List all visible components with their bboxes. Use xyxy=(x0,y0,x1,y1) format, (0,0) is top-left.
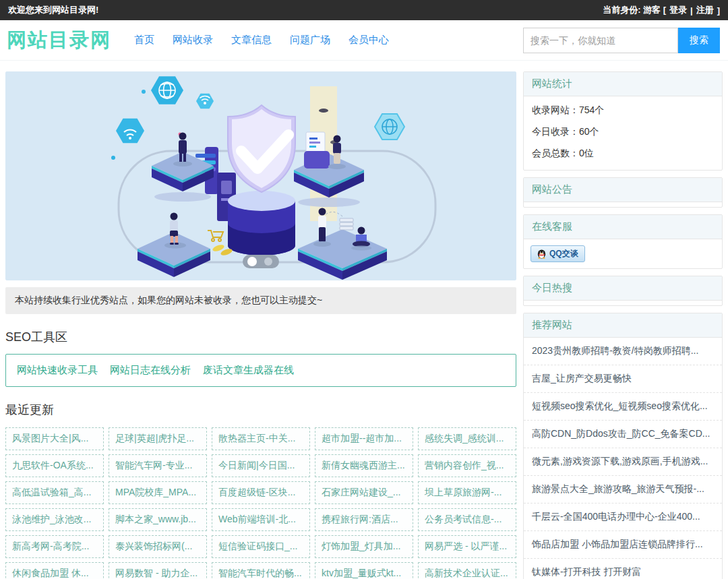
sidebar: 网站统计 收录网站：754个 今日收录：60个 会员总数：0位 网站公告 在线客… xyxy=(523,71,723,579)
recommended-item: 旅游景点大全_旅游攻略_旅游天气预报-... xyxy=(524,476,722,504)
recent-site-link[interactable]: 网易数智 - 助力企... xyxy=(109,562,207,579)
main-content: 本站持续收集行业优秀站点，如果您的网站未被收录，您也可以主动提交~ SEO工具区… xyxy=(0,61,728,579)
recent-site-link[interactable]: 携程旅行网:酒店... xyxy=(315,508,413,531)
recommended-site-link[interactable]: 饰品店加盟 小饰品加盟店连锁品牌排行... xyxy=(524,531,722,558)
customer-service-body: QQ交谈 xyxy=(524,239,722,268)
recent-site-link[interactable]: 高新技术企业认证... xyxy=(418,562,516,579)
recommended-panel: 推荐网站 2023贵州教师招聘-教资/特岗教师招聘...吉屋_让房产交易更畅快短… xyxy=(523,313,723,579)
recent-site-link[interactable]: 灯饰加盟_灯具加... xyxy=(315,535,413,558)
recent-site-link[interactable]: 百度超级链-区块... xyxy=(212,481,310,504)
recent-site-link[interactable]: 网易严选 - 以严谨... xyxy=(418,535,516,558)
announcement-panel-title: 网站公告 xyxy=(524,178,722,202)
qq-chat-button[interactable]: QQ交谈 xyxy=(530,245,585,262)
recommended-site-link[interactable]: 微元素,游戏资源下载,游戏原画,手机游戏... xyxy=(524,448,722,475)
recent-site-link[interactable]: MPA院校库_MPA... xyxy=(109,481,207,504)
customer-service-panel: 在线客服 QQ交谈 xyxy=(523,214,723,269)
seo-tool-link[interactable]: 网站日志在线分析 xyxy=(110,364,191,375)
recommended-site-link[interactable]: 旅游景点大全_旅游攻略_旅游天气预报-... xyxy=(524,476,722,503)
recent-site-link[interactable]: 超市加盟--超市加... xyxy=(315,427,413,450)
recommended-site-link[interactable]: 短视频seo搜索优化_短视频seo搜索优化... xyxy=(524,393,722,420)
recent-site-link[interactable]: 感统失调_感统训... xyxy=(418,427,516,450)
hot-search-panel: 今日热搜 xyxy=(523,276,723,306)
recent-site-link[interactable]: 高低温试验箱_高... xyxy=(5,481,104,504)
stats-row: 今日收录：60个 xyxy=(532,121,714,143)
stats-value: 60个 xyxy=(579,126,599,137)
stats-label: 会员总数： xyxy=(532,148,579,158)
recommended-site-link[interactable]: 吉屋_让房产交易更畅快 xyxy=(524,365,722,392)
register-link[interactable]: 注册 xyxy=(696,4,714,16)
identity-label: 当前身份: 游客 [ xyxy=(603,4,666,16)
recommended-item: 吉屋_让房产交易更畅快 xyxy=(524,365,722,393)
site-logo[interactable]: 网站目录网 xyxy=(7,27,111,54)
customer-service-title: 在线客服 xyxy=(524,215,722,239)
recommended-item: 短视频seo搜索优化_短视频seo搜索优化... xyxy=(524,393,722,421)
identity-suffix: ] xyxy=(717,5,720,16)
nav-link[interactable]: 首页 xyxy=(134,34,154,47)
search-button[interactable]: 搜索 xyxy=(678,28,720,53)
recommended-site-link[interactable]: 2023贵州教师招聘-教资/特岗教师招聘... xyxy=(524,338,722,365)
stats-panel-title: 网站统计 xyxy=(524,72,722,96)
toggle-pill xyxy=(243,255,279,268)
recent-updates-grid: 风景图片大全|风...足球|英超|虎扑足...散热器主页-中关...超市加盟--… xyxy=(5,427,516,579)
qq-chat-label: QQ交谈 xyxy=(549,248,578,260)
recent-site-link[interactable]: 公务员考试信息-... xyxy=(418,508,516,531)
stats-row: 收录网站：754个 xyxy=(532,100,714,121)
main-nav: 首页网站收录文章信息问题广场会员中心 xyxy=(134,34,389,47)
recent-site-link[interactable]: 休闲食品加盟 休... xyxy=(5,562,104,579)
nav-link[interactable]: 网站收录 xyxy=(173,34,213,47)
stats-row: 会员总数：0位 xyxy=(532,143,714,164)
recent-site-link[interactable]: 短信验证码接口_... xyxy=(212,535,310,558)
recent-site-link[interactable]: 泳池维护_泳池改... xyxy=(5,508,104,531)
identity-bar: 当前身份: 游客 [ 登录 | 注册 ] xyxy=(603,4,720,16)
identity-divider: | xyxy=(690,5,693,16)
stats-body: 收录网站：754个 今日收录：60个 会员总数：0位 xyxy=(524,96,722,170)
left-column: 本站持续收集行业优秀站点，如果您的网站未被收录，您也可以主动提交~ SEO工具区… xyxy=(5,71,516,579)
stats-label: 收录网站： xyxy=(532,104,579,115)
welcome-text: 欢迎您来到网站目录网! xyxy=(8,4,98,16)
hot-search-body xyxy=(524,301,722,305)
seo-tool-link[interactable]: 网站快速收录工具 xyxy=(17,364,98,375)
recent-site-link[interactable]: 新高考网-高考院... xyxy=(5,535,104,558)
recent-site-link[interactable]: 九思软件-OA系统... xyxy=(5,454,104,477)
recent-site-link[interactable]: Web前端培训-北... xyxy=(212,508,310,531)
search-input[interactable] xyxy=(523,28,678,53)
hot-search-title: 今日热搜 xyxy=(524,276,722,301)
recent-site-link[interactable]: 石家庄网站建设_... xyxy=(315,481,413,504)
announcement-panel: 网站公告 xyxy=(523,177,723,208)
recommended-item: 饰品店加盟 小饰品加盟店连锁品牌排行... xyxy=(524,531,722,559)
recent-site-link[interactable]: 智能汽车时代的畅... xyxy=(212,562,310,579)
recommended-site-link[interactable]: 千层云-全国400电话办理中心-企业400... xyxy=(524,504,722,530)
hero-illustration xyxy=(5,71,516,280)
seo-tool-link[interactable]: 废话文章生成器在线 xyxy=(203,364,294,375)
nav-link[interactable]: 问题广场 xyxy=(290,34,330,47)
recent-site-link[interactable]: 脚本之家_www.jb... xyxy=(109,508,207,531)
recent-site-link[interactable]: 新倩女幽魂西游主... xyxy=(315,454,413,477)
qq-penguin-icon xyxy=(537,249,546,259)
recommended-title: 推荐网站 xyxy=(524,313,722,338)
recent-site-link[interactable]: ktv加盟_量贩式kt... xyxy=(315,562,413,579)
recent-site-link[interactable]: 今日新闻|今日国... xyxy=(212,454,310,477)
recommended-item: 微元素,游戏资源下载,游戏原画,手机游戏... xyxy=(524,448,722,476)
stats-label: 今日收录： xyxy=(532,126,579,137)
login-link[interactable]: 登录 xyxy=(669,4,687,16)
recent-site-link[interactable]: 风景图片大全|风... xyxy=(5,427,104,450)
recommended-item: 钛媒体-打开科技 打开财富 xyxy=(524,559,722,579)
recommended-item: 千层云-全国400电话办理中心-企业400... xyxy=(524,504,722,531)
recommended-site-link[interactable]: 高防CDN_防Ddos攻击_防CC_免备案CD... xyxy=(524,421,722,448)
person-figure xyxy=(304,132,346,169)
recent-site-link[interactable]: 智能汽车网-专业... xyxy=(109,454,207,477)
recommended-site-link[interactable]: 钛媒体-打开科技 打开财富 xyxy=(524,559,722,579)
nav-link[interactable]: 文章信息 xyxy=(231,34,272,47)
seo-tools-title: SEO工具区 xyxy=(5,329,516,345)
recent-site-link[interactable]: 营销内容创作_视... xyxy=(418,454,516,477)
recent-site-link[interactable]: 泰兴装饰招标网(... xyxy=(109,535,207,558)
recommended-item: 高防CDN_防Ddos攻击_防CC_免备案CD... xyxy=(524,421,722,448)
nav-link[interactable]: 会员中心 xyxy=(348,34,389,47)
submit-notice: 本站持续收集行业优秀站点，如果您的网站未被收录，您也可以主动提交~ xyxy=(5,287,516,314)
recent-site-link[interactable]: 足球|英超|虎扑足... xyxy=(109,427,207,450)
recommended-list: 2023贵州教师招聘-教资/特岗教师招聘...吉屋_让房产交易更畅快短视频seo… xyxy=(524,338,722,579)
globe-outline-hexagon-icon xyxy=(375,114,404,140)
recent-site-link[interactable]: 坝上草原旅游网-... xyxy=(418,481,516,504)
recent-site-link[interactable]: 散热器主页-中关... xyxy=(212,427,310,450)
stats-value: 754个 xyxy=(579,104,604,115)
